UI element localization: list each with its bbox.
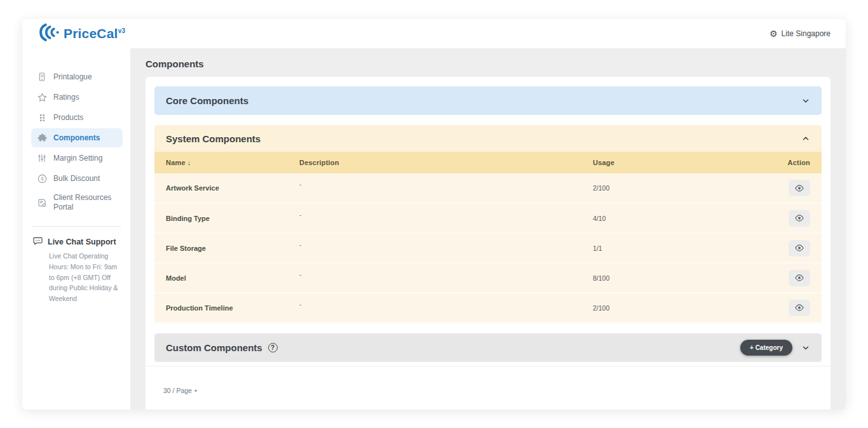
sidebar-item-client-resources-portal[interactable]: Client Resources Portal xyxy=(31,189,123,216)
table-row: Artwork Service - 2/100 xyxy=(154,173,822,203)
sidebar-item-components[interactable]: Components xyxy=(31,128,123,147)
component-usage: 4/10 xyxy=(581,203,768,233)
margin-setting-icon xyxy=(36,152,48,164)
component-description: - xyxy=(288,293,581,323)
live-chat-title: Live Chat Support xyxy=(48,237,116,246)
view-button[interactable] xyxy=(789,300,810,316)
products-icon xyxy=(36,112,48,123)
sidebar-item-label: Client Resources Portal xyxy=(53,193,118,212)
component-description: - xyxy=(288,263,581,293)
page-size-label: 30 / Page xyxy=(163,387,192,394)
sidebar-item-label: Products xyxy=(53,113,83,123)
table-header-row: Name↓ Description Usage Action xyxy=(154,152,822,173)
sidebar-item-margin-setting[interactable]: Margin Setting xyxy=(31,149,123,168)
page-title: Components xyxy=(146,58,831,69)
ratings-icon xyxy=(36,91,48,103)
sidebar-item-label: Ratings xyxy=(53,93,79,102)
component-usage: 1/1 xyxy=(581,233,768,263)
view-button[interactable] xyxy=(789,180,810,196)
component-name: Binding Type xyxy=(154,203,288,233)
system-components-section: System Components Name↓ Description Usag… xyxy=(154,125,822,323)
view-button[interactable] xyxy=(789,240,810,257)
components-icon xyxy=(36,132,48,144)
caret-down-icon: ▾ xyxy=(194,388,197,394)
component-name: Artwork Service xyxy=(154,173,288,203)
live-chat-support: Live Chat Support Live Chat Operating Ho… xyxy=(31,236,123,304)
workspace-label: Lite Singapore xyxy=(782,29,831,38)
sidebar-item-products[interactable]: Products xyxy=(31,108,123,127)
system-components-table: Name↓ Description Usage Action Artwork S… xyxy=(154,152,822,323)
gear-icon: ⚙ xyxy=(770,29,778,38)
component-description: - xyxy=(288,233,581,263)
core-components-title: Core Components xyxy=(166,95,248,106)
live-chat-hours: Live Chat Operating Hours: Mon to Fri: 9… xyxy=(49,251,121,304)
view-button[interactable] xyxy=(789,270,810,286)
workspace-settings[interactable]: ⚙ Lite Singapore xyxy=(770,29,831,38)
logo-text: PriceCalv3 xyxy=(64,26,125,41)
sidebar-item-printalogue[interactable]: Printalogue xyxy=(31,67,123,86)
component-name: Production Timeline xyxy=(154,293,288,323)
eye-icon xyxy=(795,304,804,311)
chevron-down-icon[interactable] xyxy=(801,344,810,352)
bulk-discount-icon: $ xyxy=(36,173,48,184)
table-row: Production Timeline - 2/100 xyxy=(154,293,822,323)
table-row: Model - 8/100 xyxy=(154,263,822,293)
component-usage: 2/100 xyxy=(581,293,768,323)
eye-icon xyxy=(795,185,804,192)
logo-version: v3 xyxy=(118,27,126,34)
column-header-usage: Usage xyxy=(581,152,768,173)
sidebar-item-label: Bulk Discount xyxy=(53,174,100,184)
svg-text:$: $ xyxy=(41,176,44,182)
component-usage: 2/100 xyxy=(581,173,768,203)
column-header-action: Action xyxy=(768,152,822,173)
help-icon[interactable]: ? xyxy=(268,343,278,352)
add-category-button[interactable]: + Category xyxy=(740,340,792,356)
component-usage: 8/100 xyxy=(581,263,768,293)
page-size-select[interactable]: 30 / Page ▾ xyxy=(163,387,197,394)
view-button[interactable] xyxy=(789,210,810,227)
top-bar: PriceCalv3 ⚙ Lite Singapore xyxy=(22,19,846,48)
component-description: - xyxy=(288,173,581,203)
main-content: Components Core Components System Compon… xyxy=(130,48,846,410)
sidebar-item-ratings[interactable]: Ratings xyxy=(31,88,123,107)
core-components-header[interactable]: Core Components xyxy=(154,86,822,115)
chevron-up-icon[interactable] xyxy=(801,134,810,143)
client-resources-icon xyxy=(36,197,48,208)
components-card: Core Components System Components xyxy=(146,77,831,410)
sidebar: Printalogue Ratings Pr xyxy=(22,48,130,410)
system-components-table-body: Artwork Service - 2/100 xyxy=(154,173,822,323)
column-header-name[interactable]: Name↓ xyxy=(154,152,288,173)
component-description: - xyxy=(288,203,581,233)
printalogue-icon xyxy=(36,71,48,83)
sidebar-item-label: Components xyxy=(53,133,100,143)
component-name: Model xyxy=(154,263,288,293)
component-name: File Storage xyxy=(154,233,288,263)
chevron-down-icon[interactable] xyxy=(801,97,810,105)
eye-icon xyxy=(795,215,804,222)
sidebar-divider xyxy=(32,226,121,227)
app-window: PriceCalv3 ⚙ Lite Singapore Printalogue xyxy=(22,19,846,410)
sidebar-item-label: Printalogue xyxy=(53,72,92,82)
card-footer: 30 / Page ▾ xyxy=(146,366,831,410)
sidebar-item-label: Margin Setting xyxy=(53,154,102,163)
table-row: File Storage - 1/1 xyxy=(154,233,822,263)
column-header-description: Description xyxy=(288,152,581,173)
eye-icon xyxy=(795,244,804,251)
table-row: Binding Type - 4/10 xyxy=(154,203,822,233)
system-components-title: System Components xyxy=(166,133,261,144)
custom-components-header[interactable]: Custom Components ? + Category xyxy=(154,333,822,362)
pricecal-logo[interactable]: PriceCalv3 xyxy=(35,22,125,45)
sort-descending-icon: ↓ xyxy=(187,159,191,166)
eye-icon xyxy=(795,274,804,281)
system-components-header[interactable]: System Components xyxy=(154,125,822,152)
sidebar-item-bulk-discount[interactable]: $ Bulk Discount xyxy=(31,169,123,188)
custom-components-title: Custom Components ? xyxy=(166,342,278,353)
chat-bubble-icon xyxy=(32,236,43,248)
pricecal-logo-icon xyxy=(35,22,60,45)
